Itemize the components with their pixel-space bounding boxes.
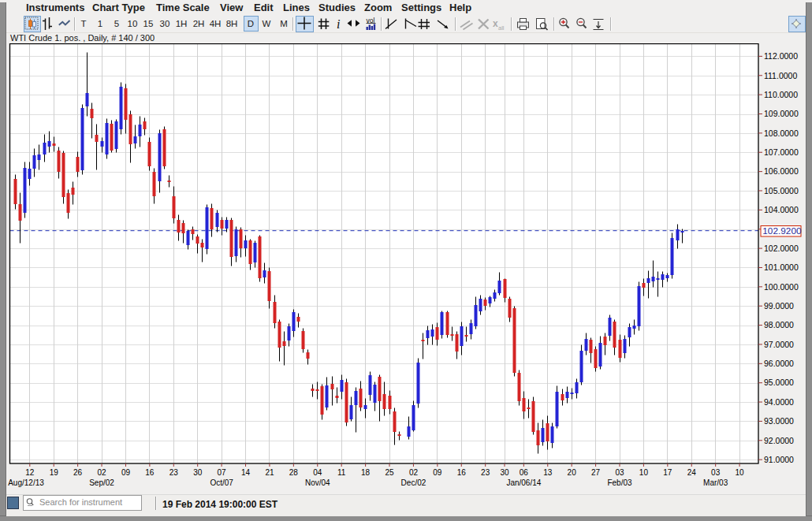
svg-text:Dec/02: Dec/02 [401, 478, 426, 487]
svg-text:Aug/12/13: Aug/12/13 [8, 478, 44, 487]
svg-text:105.0000: 105.0000 [764, 186, 799, 195]
svg-text:10: 10 [736, 468, 745, 477]
svg-text:24: 24 [687, 468, 697, 477]
svg-text:03: 03 [615, 468, 624, 477]
svg-text:98.0000: 98.0000 [764, 320, 794, 329]
svg-text:94.0000: 94.0000 [764, 397, 794, 407]
svg-text:Oct/07: Oct/07 [210, 478, 233, 487]
svg-text:06: 06 [520, 468, 529, 477]
svg-text:110.0000: 110.0000 [764, 90, 798, 99]
svg-text:10: 10 [639, 468, 649, 477]
svg-text:102.9200: 102.9200 [762, 225, 802, 236]
svg-text:20: 20 [568, 468, 577, 477]
svg-text:all: all [498, 24, 505, 32]
svg-text:19: 19 [50, 468, 59, 477]
svg-text:108.0000: 108.0000 [764, 128, 799, 138]
svg-text:16: 16 [145, 468, 155, 477]
svg-text:102.0000: 102.0000 [764, 244, 799, 253]
svg-text:i: i [337, 17, 340, 31]
svg-text:09: 09 [121, 468, 131, 477]
svg-text:18: 18 [361, 468, 371, 477]
svg-text:12: 12 [25, 468, 35, 477]
svg-text:106.0000: 106.0000 [764, 166, 799, 176]
svg-text:Nov/04: Nov/04 [305, 478, 330, 487]
svg-text:97.0000: 97.0000 [764, 340, 794, 349]
svg-text:02: 02 [409, 468, 419, 477]
svg-text:95.0000: 95.0000 [764, 378, 794, 387]
svg-text:99.0000: 99.0000 [764, 301, 794, 311]
svg-text:23: 23 [481, 468, 490, 477]
svg-text:111.0000: 111.0000 [764, 71, 797, 80]
svg-text:21: 21 [265, 468, 274, 477]
svg-text:28: 28 [289, 468, 299, 477]
svg-text:x: x [493, 18, 498, 29]
svg-text:27: 27 [591, 468, 601, 477]
svg-text:92.0000: 92.0000 [764, 436, 794, 445]
svg-text:96.0000: 96.0000 [764, 359, 794, 368]
svg-text:30: 30 [193, 468, 203, 477]
svg-text:91.0000: 91.0000 [764, 455, 794, 464]
svg-text:26: 26 [73, 468, 83, 477]
svg-text:13: 13 [543, 468, 553, 477]
svg-text:Mar/03: Mar/03 [703, 478, 728, 487]
svg-text:109.0000: 109.0000 [764, 109, 799, 118]
svg-text:03: 03 [711, 468, 721, 477]
svg-text:100.0000: 100.0000 [764, 282, 799, 292]
svg-text:30: 30 [500, 468, 509, 477]
svg-text:14: 14 [241, 468, 251, 477]
svg-text:07: 07 [218, 468, 227, 477]
svg-text:93.0000: 93.0000 [764, 416, 794, 426]
svg-text:23: 23 [169, 468, 179, 477]
svg-text:112.0000: 112.0000 [764, 51, 798, 61]
svg-text:Feb/03: Feb/03 [607, 478, 632, 487]
svg-text:04: 04 [313, 468, 322, 477]
svg-text:25: 25 [385, 468, 394, 477]
svg-text:17: 17 [663, 468, 672, 477]
svg-text:107.0000: 107.0000 [764, 147, 799, 157]
svg-text:101.0000: 101.0000 [764, 262, 799, 272]
svg-text:02: 02 [97, 468, 106, 477]
svg-text:16: 16 [457, 468, 467, 477]
svg-text:11: 11 [337, 468, 346, 477]
svg-text:Sep/02: Sep/02 [89, 478, 114, 487]
svg-text:104.0000: 104.0000 [764, 205, 799, 214]
svg-text:09: 09 [433, 468, 442, 477]
svg-text:Jan/06/14: Jan/06/14 [506, 478, 541, 487]
